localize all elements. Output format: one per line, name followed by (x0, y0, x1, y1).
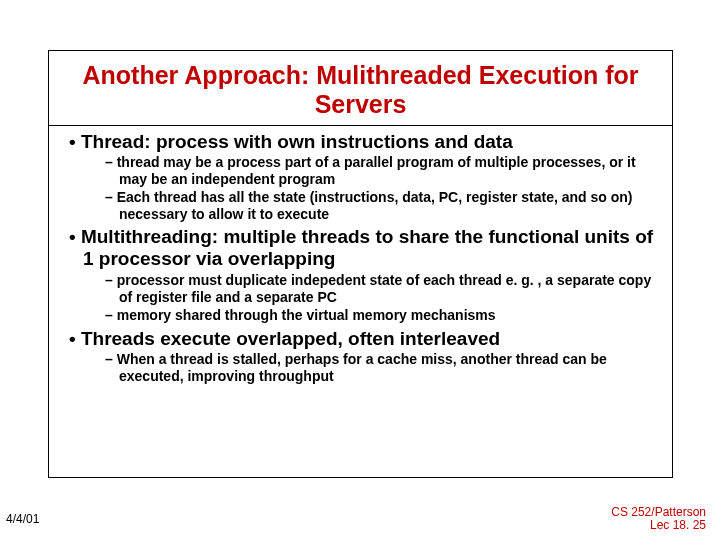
bullet-text: Thread: process with own instructions an… (81, 131, 513, 152)
slide-frame: Another Approach: Mulithreaded Execution… (48, 50, 673, 478)
sub-bullet-list: When a thread is stalled, perhaps for a … (105, 350, 664, 385)
slide-content: Thread: process with own instructions an… (49, 126, 672, 390)
bullet-item: Thread: process with own instructions an… (57, 128, 664, 224)
sub-bullet-list: thread may be a process part of a parall… (105, 153, 664, 223)
footer-attribution: CS 252/Patterson Lec 18. 25 (611, 506, 706, 532)
sub-bullet-item: When a thread is stalled, perhaps for a … (105, 350, 664, 385)
bullet-text: Threads execute overlapped, often interl… (81, 328, 500, 349)
footer-date: 4/4/01 (6, 512, 39, 526)
sub-bullet-item: Each thread has all the state (instructi… (105, 188, 664, 223)
bullet-item: Threads execute overlapped, often interl… (57, 325, 664, 386)
footer-course: CS 252/Patterson (611, 505, 706, 519)
slide-title: Another Approach: Mulithreaded Execution… (49, 51, 672, 126)
sub-bullet-item: processor must duplicate indepedent stat… (105, 271, 664, 306)
footer-lecture: Lec 18. 25 (650, 518, 706, 532)
sub-bullet-item: thread may be a process part of a parall… (105, 153, 664, 188)
sub-bullet-list: processor must duplicate indepedent stat… (105, 271, 664, 325)
bullet-item: Multithreading: multiple threads to shar… (57, 223, 664, 324)
bullet-list: Thread: process with own instructions an… (57, 128, 664, 386)
sub-bullet-item: memory shared through the virtual memory… (105, 306, 664, 325)
bullet-text: Multithreading: multiple threads to shar… (81, 226, 653, 269)
